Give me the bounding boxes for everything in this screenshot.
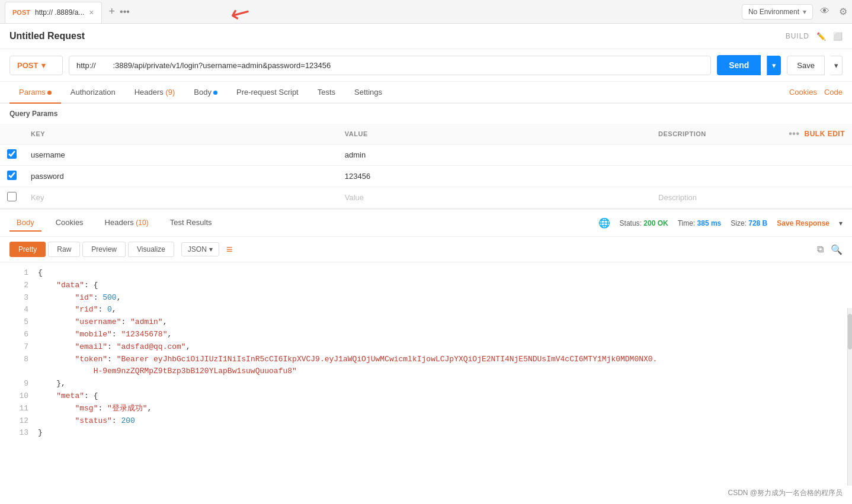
headers-badge: (9): [165, 88, 175, 97]
json-text: "username": "admin",: [38, 316, 167, 329]
view-tab-raw[interactable]: Raw: [48, 242, 80, 257]
tab-close-icon[interactable]: ×: [89, 8, 94, 17]
active-tab[interactable]: POST http:// .8889/a... ×: [5, 2, 102, 23]
line-num: 2: [9, 280, 28, 292]
format-select[interactable]: JSON ▾: [181, 242, 219, 256]
header-icons: ✏️ ⬜: [816, 32, 843, 41]
json-line-8b: H-9em9nzZQRMpZ9tBzp3bB120YLapBw1suwQuuoa…: [9, 365, 843, 378]
json-line-8: 8 "token": "Bearer eyJhbGciOiJIUzI1NiIsI…: [9, 354, 843, 366]
table-row: password 123456: [0, 166, 852, 187]
line-num: 8: [9, 354, 28, 366]
row1-value[interactable]: admin: [338, 145, 651, 166]
search-icon[interactable]: 🔍: [831, 244, 843, 255]
tab-tests[interactable]: Tests: [308, 82, 345, 102]
send-button[interactable]: Send: [717, 55, 761, 75]
method-select[interactable]: POST ▾: [9, 56, 63, 75]
row1-key[interactable]: username: [24, 145, 338, 166]
json-brace: },: [38, 378, 66, 390]
view-right-icons: ⧉ 🔍: [817, 244, 843, 255]
value-col-header: VALUE: [338, 124, 651, 145]
tab-settings[interactable]: Settings: [345, 82, 392, 102]
row2-description[interactable]: [651, 166, 852, 187]
row3-description[interactable]: Description: [651, 187, 852, 208]
row2-value[interactable]: 123456: [338, 166, 651, 187]
line-num: 12: [9, 415, 28, 428]
line-num: 1: [9, 267, 28, 280]
code-link[interactable]: Code: [824, 88, 843, 97]
json-text: "data": {: [38, 280, 98, 292]
json-line-13: 13}: [9, 427, 843, 439]
resp-tab-test-results[interactable]: Test Results: [163, 214, 219, 232]
save-button[interactable]: Save: [787, 56, 825, 75]
line-num: 10: [9, 390, 28, 403]
view-tab-pretty[interactable]: Pretty: [9, 242, 46, 257]
tab-params[interactable]: Params: [9, 82, 61, 102]
row2-checkbox[interactable]: [7, 171, 17, 180]
json-line-10: 10 "meta": {: [9, 390, 843, 403]
dots-icon[interactable]: •••: [789, 129, 799, 139]
query-params-title: Query Params: [0, 104, 852, 124]
row3-key[interactable]: Key: [24, 187, 338, 208]
tab-authorization[interactable]: Authorization: [61, 82, 125, 102]
tab-method-badge: POST: [12, 9, 30, 16]
json-text: "mobile": "12345678",: [38, 329, 172, 341]
table-row: Key Value Description: [0, 187, 852, 208]
json-line-3: 3 "id": 500,: [9, 292, 843, 304]
time-value: 385 ms: [697, 219, 722, 227]
bulk-edit-button[interactable]: Bulk Edit: [805, 130, 845, 138]
url-input[interactable]: [69, 56, 711, 75]
response-bar: Body Cookies Headers (10) Test Results 🌐…: [0, 208, 852, 237]
save-response-chevron-icon[interactable]: ▾: [839, 219, 843, 227]
settings-icon[interactable]: ⚙: [839, 6, 847, 17]
tab-pre-request[interactable]: Pre-request Script: [227, 82, 308, 102]
resp-tab-cookies[interactable]: Cookies: [49, 214, 91, 232]
wrap-icon[interactable]: ≡: [226, 243, 233, 256]
chevron-down-icon: ▾: [803, 8, 806, 16]
edit-icon[interactable]: ✏️: [816, 32, 826, 41]
scrollbar-track[interactable]: [847, 308, 852, 486]
view-tab-preview[interactable]: Preview: [82, 242, 126, 257]
row2-key[interactable]: password: [24, 166, 338, 187]
params-table: KEY VALUE DESCRIPTION ••• Bulk Edit user…: [0, 124, 852, 208]
send-dropdown-button[interactable]: ▾: [767, 56, 781, 75]
tab-body[interactable]: Body: [184, 82, 227, 102]
size-label: Size: 728 B: [731, 219, 767, 227]
row3-checkbox[interactable]: [7, 192, 17, 201]
view-tab-visualize[interactable]: Visualize: [128, 242, 174, 257]
desc-col-header: DESCRIPTION ••• Bulk Edit: [651, 124, 852, 145]
copy-icon[interactable]: ⧉: [817, 244, 824, 255]
row1-checkbox[interactable]: [7, 149, 17, 159]
method-chevron-icon: ▾: [41, 61, 46, 70]
format-label: JSON: [188, 245, 207, 253]
cookies-link[interactable]: Cookies: [789, 88, 817, 97]
globe-icon[interactable]: 🌐: [598, 217, 610, 229]
body-dot: [213, 91, 217, 95]
expand-icon[interactable]: ⬜: [833, 32, 843, 41]
key-col-header: KEY: [24, 124, 338, 145]
resp-bar-right: 🌐 Status: 200 OK Time: 385 ms Size: 728 …: [598, 217, 843, 229]
line-num: 13: [9, 427, 28, 439]
save-dropdown-button[interactable]: ▾: [831, 56, 843, 75]
line-num: 4: [9, 304, 28, 316]
scrollbar-thumb[interactable]: [848, 314, 852, 349]
eye-icon[interactable]: 👁: [820, 6, 829, 17]
row1-description[interactable]: [651, 145, 852, 166]
main-content: Untitled Request BUILD ✏️ ⬜ POST ▾ Send …: [0, 24, 852, 504]
json-text: "token": "Bearer eyJhbGciOiJIUzI1NiIsInR…: [38, 354, 657, 366]
save-response-button[interactable]: Save Response: [777, 219, 829, 227]
format-chevron-icon: ▾: [209, 245, 213, 253]
environment-dropdown[interactable]: No Environment ▾: [742, 4, 813, 20]
tab-bar: POST http:// .8889/a... × + ••• No Envir…: [0, 0, 852, 24]
resp-tab-headers[interactable]: Headers (10): [98, 214, 156, 232]
json-response-body[interactable]: 1{ 2 "data": { 3 "id": 500, 4 "rid": 0, …: [0, 262, 852, 440]
tab-headers[interactable]: Headers (9): [125, 82, 185, 102]
view-tabs: Pretty Raw Preview Visualize JSON ▾ ≡ ⧉ …: [0, 237, 852, 262]
resp-tab-body[interactable]: Body: [9, 214, 41, 232]
json-text: "email": "adsfad@qq.com",: [38, 341, 190, 354]
top-icons: 👁 ⚙: [820, 6, 847, 17]
more-tabs-icon[interactable]: •••: [120, 7, 130, 17]
build-label: BUILD: [786, 32, 809, 40]
add-tab-button[interactable]: +: [104, 5, 120, 18]
row3-value[interactable]: Value: [338, 187, 651, 208]
check-col-header: [0, 124, 24, 145]
